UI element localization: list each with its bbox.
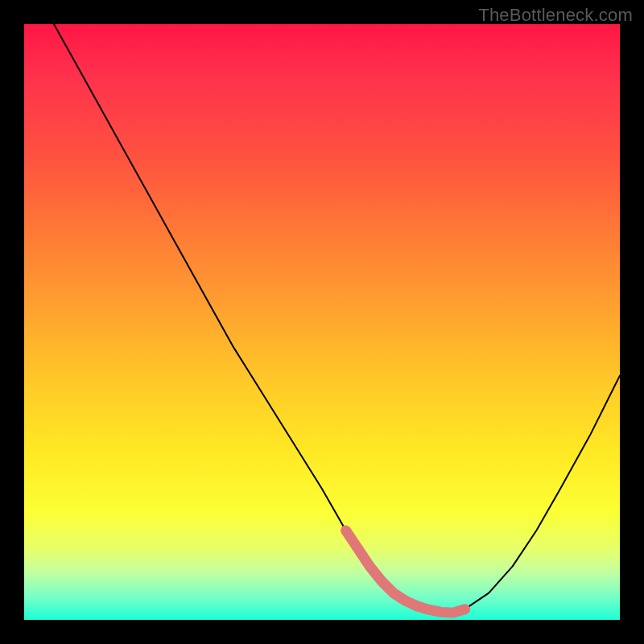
chart-container: TheBottleneck.com [0, 0, 644, 644]
plot-area [24, 24, 620, 620]
watermark-text: TheBottleneck.com [478, 5, 633, 26]
gradient-background [24, 24, 620, 620]
